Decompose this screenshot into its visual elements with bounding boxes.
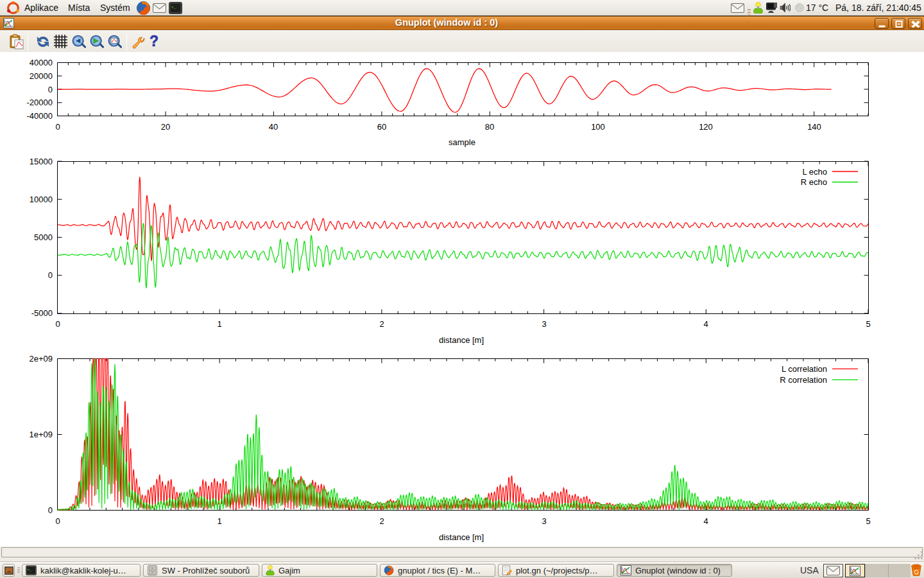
svg-text:3: 3 — [542, 516, 546, 526]
svg-text:40: 40 — [269, 122, 278, 132]
svg-text:80: 80 — [485, 122, 494, 132]
svg-text:40000: 40000 — [30, 58, 53, 67]
svg-text:distance [m]: distance [m] — [439, 335, 484, 345]
svg-text:15000: 15000 — [30, 157, 53, 166]
svg-text:2: 2 — [379, 516, 384, 526]
svg-text:0: 0 — [48, 85, 53, 94]
svg-text:2: 2 — [379, 319, 384, 329]
svg-text:0: 0 — [55, 319, 60, 329]
svg-text:0: 0 — [48, 505, 53, 515]
svg-text:1e+09: 1e+09 — [29, 430, 53, 439]
svg-text:sample: sample — [449, 137, 475, 147]
svg-text:R echo: R echo — [801, 177, 827, 187]
svg-text:140: 140 — [807, 122, 821, 132]
svg-text:3: 3 — [542, 319, 546, 329]
svg-text:1: 1 — [217, 319, 221, 329]
svg-text:4: 4 — [703, 516, 708, 526]
svg-text:-5000: -5000 — [31, 308, 53, 318]
svg-text:1: 1 — [217, 516, 221, 526]
svg-text:20: 20 — [161, 122, 170, 132]
svg-text:distance [m]: distance [m] — [439, 532, 484, 542]
svg-text:4: 4 — [703, 319, 708, 329]
svg-text:20000: 20000 — [30, 71, 53, 81]
svg-text:R correlation: R correlation — [780, 375, 827, 385]
svg-text:100: 100 — [591, 122, 605, 132]
svg-text:5000: 5000 — [34, 232, 53, 242]
svg-text:60: 60 — [377, 122, 386, 132]
svg-text:>_: >_ — [28, 568, 32, 572]
svg-text:>_: >_ — [171, 5, 176, 10]
svg-text:-20000: -20000 — [27, 98, 53, 107]
svg-text:L correlation: L correlation — [782, 364, 827, 374]
svg-text:L echo: L echo — [802, 167, 827, 177]
svg-text:120: 120 — [699, 122, 713, 132]
svg-text:-40000: -40000 — [27, 111, 53, 121]
svg-text:5: 5 — [866, 516, 870, 526]
svg-text:5: 5 — [866, 319, 870, 329]
svg-text:2e+09: 2e+09 — [29, 354, 53, 363]
svg-text:?: ? — [150, 34, 158, 49]
svg-text:0: 0 — [55, 516, 60, 526]
svg-text:10000: 10000 — [30, 195, 53, 204]
svg-text:0: 0 — [55, 122, 60, 132]
svg-text:0: 0 — [48, 270, 53, 280]
